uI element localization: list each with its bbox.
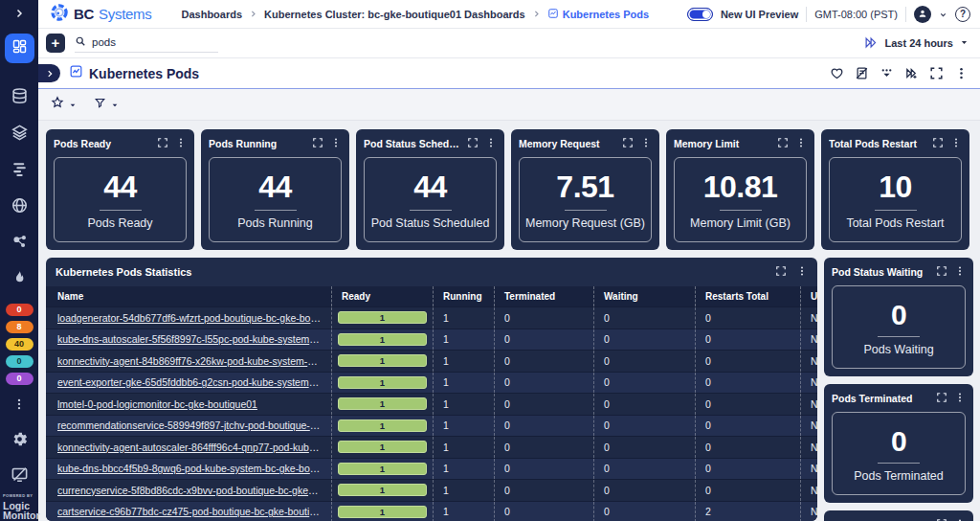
running-cell: 1 bbox=[433, 437, 494, 458]
fullscreen-icon[interactable] bbox=[929, 66, 944, 80]
table-row: cartservice-c96b77bdc-cz475-pod-boutique… bbox=[46, 501, 817, 521]
breadcrumb-current-label: Kubernetes Pods bbox=[563, 9, 649, 20]
breadcrumb-cluster[interactable]: Kubernetes Cluster: bc-gke-boutique01 Da… bbox=[264, 9, 525, 20]
kebab-icon[interactable] bbox=[330, 135, 342, 152]
widget-value-box: 44 Pods Ready bbox=[54, 157, 187, 242]
sidebar-item-alerts[interactable] bbox=[0, 269, 38, 291]
column-header[interactable]: Waiting bbox=[593, 286, 695, 306]
pod-name-link[interactable]: recommendationservice-589949f897-jtchv-p… bbox=[57, 419, 322, 431]
breadcrumb-dashboards[interactable]: Dashboards bbox=[182, 9, 243, 20]
fullscreen-icon[interactable] bbox=[936, 390, 947, 407]
fullscreen-icon[interactable] bbox=[936, 516, 947, 521]
fullscreen-icon[interactable] bbox=[622, 135, 634, 152]
kebab-icon[interactable] bbox=[954, 390, 966, 407]
fullscreen-icon[interactable] bbox=[777, 135, 789, 152]
widget-value-box: 10.81 Memory Limit (GB) bbox=[674, 157, 807, 242]
pod-name-link[interactable]: loadgenerator-54db677df6-wfzrt-pod-bouti… bbox=[57, 312, 322, 324]
report-off-icon[interactable] bbox=[855, 66, 869, 80]
sidebar-expand-button[interactable] bbox=[0, 0, 38, 29]
unknown-cell: No bbox=[800, 437, 817, 458]
widget-value-box: 10 Total Pods Restart bbox=[829, 157, 962, 242]
column-header[interactable]: Restarts Total bbox=[695, 286, 800, 306]
column-header[interactable]: Running bbox=[433, 286, 494, 306]
waiting-cell: 0 bbox=[593, 373, 695, 394]
fullscreen-icon[interactable] bbox=[766, 263, 787, 281]
kebab-icon[interactable] bbox=[485, 135, 497, 152]
kebab-icon[interactable] bbox=[950, 135, 962, 152]
kebab-icon[interactable] bbox=[954, 516, 966, 521]
sidebar-item-dashboards[interactable] bbox=[5, 34, 34, 63]
brand-logo[interactable]: BC Systems bbox=[50, 3, 152, 26]
divider bbox=[410, 210, 452, 211]
user-avatar[interactable] bbox=[914, 6, 931, 23]
sidebar-item-modules[interactable] bbox=[0, 124, 38, 146]
waiting-cell: 0 bbox=[593, 307, 695, 328]
alert-count-badge[interactable]: 0 bbox=[6, 373, 33, 385]
pods-statistics-widget: Kubernetes Pods Statistics NameReadyRunn… bbox=[46, 258, 817, 521]
pod-name-link[interactable]: event-exporter-gke-65d5fddbb6-g2csn-pod-… bbox=[57, 376, 322, 388]
monitor-slash-icon bbox=[11, 465, 29, 487]
stat-widget: Memory Limit 10.81 Memory Limit (GB) bbox=[666, 129, 814, 250]
favorites-filter[interactable] bbox=[51, 96, 77, 113]
alert-count-badge[interactable]: 40 bbox=[6, 338, 33, 351]
pod-name-link[interactable]: lmotel-0-pod-logicmonitor-bc-gke-boutiqu… bbox=[57, 398, 257, 410]
table-row: konnectivity-agent-84b869ff76-x26kw-pod-… bbox=[46, 350, 817, 372]
column-header[interactable]: Un bbox=[800, 286, 817, 306]
search-icon bbox=[75, 35, 86, 49]
fullscreen-icon[interactable] bbox=[312, 135, 323, 152]
sidebar-item-topology[interactable] bbox=[0, 233, 38, 255]
sidebar-item-settings[interactable] bbox=[0, 430, 38, 452]
terminated-cell: 0 bbox=[494, 329, 593, 351]
ready-status-pill: 1 bbox=[338, 506, 427, 518]
kebab-icon[interactable] bbox=[787, 263, 808, 281]
pod-name-link[interactable]: konnectivity-agent-84b869ff76-x26kw-pod-… bbox=[57, 355, 322, 367]
column-header[interactable]: Name bbox=[46, 286, 331, 306]
new-ui-toggle[interactable] bbox=[687, 8, 713, 21]
stat-widget: Pod Status Unsc... bbox=[824, 510, 973, 521]
pod-name-link[interactable]: cartservice-c96b77bdc-cz475-pod-boutique… bbox=[57, 506, 322, 517]
running-cell: 1 bbox=[433, 480, 494, 501]
breadcrumb-current[interactable]: Kubernetes Pods bbox=[547, 8, 649, 21]
kebab-icon[interactable] bbox=[954, 66, 969, 80]
time-range-selector[interactable]: Last 24 hours bbox=[863, 35, 969, 52]
fullscreen-icon[interactable] bbox=[467, 135, 479, 152]
sidebar-item-logs[interactable] bbox=[0, 160, 38, 182]
kebab-icon[interactable] bbox=[954, 263, 966, 281]
forecast-play-icon[interactable] bbox=[904, 66, 919, 80]
pod-name-link[interactable]: kube-dns-autoscaler-5f56f8997c-l55pc-pod… bbox=[57, 333, 322, 345]
caret-down-icon[interactable] bbox=[939, 6, 947, 23]
collapse-widgets-icon[interactable] bbox=[880, 66, 894, 80]
pod-name-link[interactable]: kube-dns-bbcc4f5b9-8gwq6-pod-kube-system… bbox=[57, 463, 322, 474]
alert-count-badge[interactable]: 0 bbox=[6, 304, 33, 316]
unknown-cell: No bbox=[800, 459, 817, 480]
alert-count-badge[interactable]: 0 bbox=[6, 355, 33, 368]
collapse-panel-button[interactable] bbox=[38, 64, 60, 82]
column-header[interactable]: Ready bbox=[331, 286, 433, 306]
filter-menu[interactable] bbox=[94, 96, 119, 113]
pod-name-link[interactable]: konnectivity-agent-autoscaler-864fff96c4… bbox=[57, 442, 322, 453]
help-button[interactable]: ? bbox=[955, 7, 970, 22]
column-header[interactable]: Terminated bbox=[494, 286, 593, 306]
fullscreen-icon[interactable] bbox=[932, 135, 944, 152]
favorite-heart-icon[interactable] bbox=[830, 66, 844, 80]
add-dashboard-button[interactable]: + bbox=[46, 34, 65, 53]
terminated-cell: 0 bbox=[494, 394, 593, 415]
sidebar-item-remote-session[interactable] bbox=[0, 465, 38, 487]
kebab-icon[interactable] bbox=[795, 135, 807, 152]
running-cell: 1 bbox=[433, 394, 494, 415]
kebab-icon[interactable] bbox=[175, 135, 187, 152]
play-forward-icon bbox=[863, 35, 878, 52]
sidebar-item-websites[interactable] bbox=[0, 196, 38, 218]
sidebar-item-resources[interactable] bbox=[0, 87, 38, 109]
running-cell: 1 bbox=[433, 329, 494, 351]
caret-down-icon bbox=[69, 96, 77, 113]
alert-count-badge[interactable]: 8 bbox=[6, 321, 33, 333]
unknown-cell: No bbox=[800, 502, 817, 521]
restarts-cell: 2 bbox=[695, 502, 800, 521]
kebab-icon[interactable] bbox=[640, 135, 652, 152]
pod-name-link[interactable]: currencyservice-5f8bd86cdc-x9bvv-pod-bou… bbox=[57, 485, 322, 496]
dashboard-search[interactable]: pods bbox=[75, 34, 218, 53]
fullscreen-icon[interactable] bbox=[157, 135, 168, 152]
fullscreen-icon[interactable] bbox=[936, 263, 947, 281]
sidebar-more-button[interactable] bbox=[12, 397, 26, 415]
